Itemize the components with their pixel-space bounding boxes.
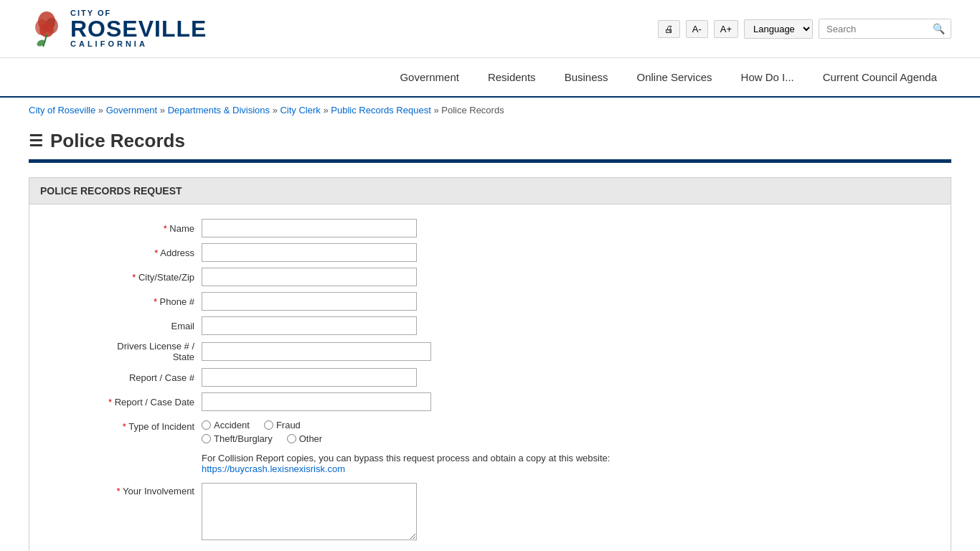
- nav-item-residents[interactable]: Residents: [473, 58, 550, 96]
- input-report-case-date[interactable]: [202, 392, 431, 411]
- menu-icon: ☰: [29, 132, 43, 151]
- form-row-report-case-date: * Report / Case Date: [44, 392, 936, 411]
- required-star-address: *: [154, 248, 160, 258]
- label-city-state-zip: * City/State/Zip: [44, 272, 202, 283]
- radio-theft-label: Theft/Burglary: [202, 433, 273, 444]
- form-body: * Name * Address * City/State/Zip * Phon…: [29, 204, 951, 551]
- radio-fraud-text: Fraud: [276, 420, 301, 430]
- radio-accident-label: Accident: [202, 420, 250, 430]
- breadcrumb-police-records: Police Records: [441, 105, 504, 116]
- nav-item-online-services[interactable]: Online Services: [623, 58, 727, 96]
- input-drivers-license[interactable]: [202, 342, 431, 361]
- radio-other-text: Other: [299, 433, 323, 444]
- input-name[interactable]: [202, 219, 417, 237]
- logo-text: CITY OF ROSEVILLE CALIFORNIA: [70, 9, 207, 48]
- form-header: POLICE RECORDS REQUEST: [29, 178, 951, 204]
- label-report-case-num: Report / Case #: [44, 372, 202, 383]
- page-title-area: ☰ Police Records: [0, 123, 980, 152]
- breadcrumb-city-clerk[interactable]: City Clerk: [280, 105, 320, 116]
- page-title-text: Police Records: [50, 130, 185, 152]
- required-star-name: *: [164, 223, 170, 234]
- form-row-drivers-license: Drivers License # /State: [44, 341, 936, 362]
- breadcrumb-sep-3: »: [323, 105, 331, 116]
- radio-fraud-label: Fraud: [264, 420, 301, 430]
- rose-icon: [29, 7, 65, 50]
- required-star-rcd: *: [108, 397, 115, 408]
- radio-other-label: Other: [287, 433, 323, 444]
- form-row-email: Email: [44, 316, 936, 335]
- police-records-form-container: POLICE RECORDS REQUEST * Name * Address …: [29, 177, 951, 551]
- label-incident-type: * Type of Incident: [44, 420, 202, 432]
- form-row-name: * Name: [44, 219, 936, 237]
- site-header: CITY OF ROSEVILLE CALIFORNIA 🖨 A- A+ Lan…: [0, 0, 980, 58]
- breadcrumb-public-records[interactable]: Public Records Request: [331, 105, 430, 116]
- breadcrumb-sep-0: »: [98, 105, 106, 116]
- breadcrumb-sep-4: »: [433, 105, 441, 116]
- nav-item-business[interactable]: Business: [550, 58, 623, 96]
- input-address[interactable]: [202, 243, 417, 262]
- breadcrumb-departments[interactable]: Departments & Divisions: [168, 105, 270, 116]
- radio-theft[interactable]: [202, 434, 211, 443]
- header-controls: 🖨 A- A+ Language 🔍: [658, 19, 951, 39]
- language-select[interactable]: Language: [744, 19, 813, 39]
- incident-radio-group-row1: Accident Fraud: [202, 420, 322, 430]
- search-box: 🔍: [819, 19, 951, 39]
- incident-radio-group-row2: Theft/Burglary Other: [202, 433, 322, 444]
- form-row-report-case-num: Report / Case #: [44, 368, 936, 387]
- collision-note-text: For Collision Report copies, you can byp…: [202, 453, 610, 463]
- radio-theft-text: Theft/Burglary: [214, 433, 273, 444]
- font-decrease-button[interactable]: A-: [686, 20, 708, 38]
- label-drivers-license: Drivers License # /State: [44, 341, 202, 362]
- input-email[interactable]: [202, 316, 417, 335]
- form-row-phone: * Phone #: [44, 292, 936, 311]
- search-button[interactable]: 🔍: [927, 19, 951, 38]
- required-star-phone: *: [154, 296, 160, 307]
- nav-item-government[interactable]: Government: [385, 58, 473, 96]
- input-phone[interactable]: [202, 292, 417, 311]
- form-row-city-state-zip: * City/State/Zip: [44, 268, 936, 286]
- nav-item-council-agenda[interactable]: Current Council Agenda: [809, 58, 951, 96]
- search-input[interactable]: [819, 20, 927, 38]
- breadcrumb-sep-2: »: [273, 105, 281, 116]
- collision-link[interactable]: https://buycrash.lexisnexisrisk.com: [202, 463, 345, 474]
- form-row-your-involvement: * Your Involvement: [44, 483, 936, 540]
- breadcrumb-government[interactable]: Government: [106, 105, 158, 116]
- logo-area: CITY OF ROSEVILLE CALIFORNIA: [29, 7, 207, 50]
- collision-note: For Collision Report copies, you can byp…: [202, 453, 936, 474]
- form-row-address: * Address: [44, 243, 936, 262]
- page-title: ☰ Police Records: [29, 130, 951, 152]
- input-report-case-num[interactable]: [202, 368, 417, 387]
- logo-roseville: ROSEVILLE: [70, 17, 207, 40]
- radio-accident[interactable]: [202, 420, 211, 430]
- font-increase-button[interactable]: A+: [714, 20, 738, 38]
- label-phone: * Phone #: [44, 296, 202, 307]
- form-row-incident-type: * Type of Incident Accident Fraud: [44, 417, 936, 444]
- breadcrumb: City of Roseville » Government » Departm…: [0, 98, 980, 123]
- main-nav: Government Residents Business Online Ser…: [0, 58, 980, 98]
- required-star-incident: *: [123, 421, 128, 432]
- label-your-involvement: * Your Involvement: [44, 483, 202, 496]
- nav-item-how-do-i[interactable]: How Do I...: [727, 58, 809, 96]
- label-address: * Address: [44, 248, 202, 258]
- input-city-state-zip[interactable]: [202, 268, 417, 286]
- incident-type-options: Accident Fraud Theft/Burglary Other: [202, 420, 322, 444]
- breadcrumb-sep-1: »: [160, 105, 168, 116]
- radio-accident-text: Accident: [214, 420, 250, 430]
- input-your-involvement[interactable]: [202, 483, 417, 540]
- radio-fraud[interactable]: [264, 420, 273, 430]
- required-star-yi: *: [117, 486, 123, 496]
- logo-california: CALIFORNIA: [70, 40, 207, 48]
- print-button[interactable]: 🖨: [658, 20, 680, 38]
- label-name: * Name: [44, 223, 202, 234]
- label-email: Email: [44, 321, 202, 331]
- title-underline: [29, 159, 951, 163]
- radio-other[interactable]: [287, 434, 296, 443]
- required-star-csz: *: [132, 272, 138, 283]
- label-report-case-date: * Report / Case Date: [44, 397, 202, 408]
- svg-point-4: [36, 39, 46, 48]
- breadcrumb-city-of-roseville[interactable]: City of Roseville: [29, 105, 95, 116]
